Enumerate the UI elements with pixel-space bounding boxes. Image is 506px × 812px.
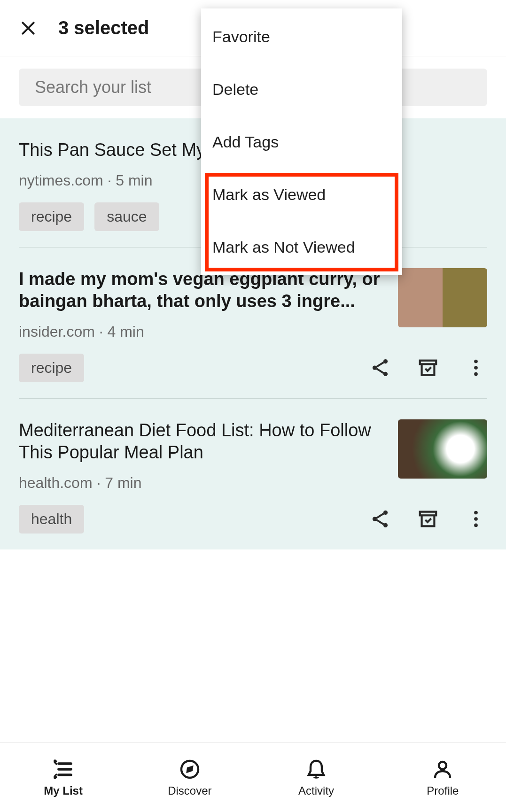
menu-item-mark-not-viewed[interactable]: Mark as Not Viewed (201, 221, 402, 273)
menu-item-mark-viewed[interactable]: Mark as Viewed (201, 168, 402, 221)
menu-item-add-tags[interactable]: Add Tags (201, 116, 402, 168)
more-icon[interactable] (465, 356, 487, 379)
more-icon[interactable] (465, 508, 487, 530)
selection-count-title: 3 selected (58, 17, 149, 39)
svg-point-7 (474, 366, 478, 370)
nav-label: Activity (298, 784, 334, 797)
tag-chip[interactable]: recipe (19, 202, 84, 231)
archive-icon[interactable] (417, 356, 439, 379)
article-thumbnail (398, 419, 487, 479)
item-actions (369, 356, 487, 379)
article-meta: insider.com · 4 min (19, 323, 384, 340)
menu-item-favorite[interactable]: Favorite (201, 10, 402, 63)
nav-discover[interactable]: Discover (126, 743, 253, 812)
close-icon[interactable] (17, 17, 39, 39)
svg-point-13 (474, 511, 478, 515)
tag-chip[interactable]: sauce (94, 202, 159, 231)
svg-rect-5 (420, 361, 436, 364)
svg-point-15 (474, 524, 478, 527)
bottom-nav: My List Discover Activity Profile (0, 742, 506, 812)
svg-point-8 (474, 372, 478, 376)
svg-point-14 (474, 517, 478, 521)
svg-rect-12 (420, 512, 436, 516)
menu-item-delete[interactable]: Delete (201, 63, 402, 116)
item-actions (369, 508, 487, 530)
article-title: Mediterranean Diet Food List: How to Fol… (19, 419, 384, 464)
share-icon[interactable] (369, 508, 391, 530)
share-icon[interactable] (369, 356, 391, 379)
nav-label: Profile (427, 784, 459, 797)
article-thumbnail (398, 268, 487, 327)
svg-point-21 (439, 762, 446, 769)
archive-icon[interactable] (417, 508, 439, 530)
nav-profile[interactable]: Profile (380, 743, 506, 812)
tag-chip[interactable]: health (19, 505, 84, 534)
nav-my-list[interactable]: My List (0, 743, 126, 812)
svg-marker-20 (187, 767, 192, 772)
nav-label: Discover (168, 784, 211, 797)
nav-activity[interactable]: Activity (253, 743, 380, 812)
list-item[interactable]: Mediterranean Diet Food List: How to Fol… (19, 399, 487, 549)
article-meta: health.com · 7 min (19, 474, 384, 492)
svg-point-6 (474, 360, 478, 363)
bulk-action-menu: Favorite Delete Add Tags Mark as Viewed … (201, 8, 402, 275)
tag-chip[interactable]: recipe (19, 354, 84, 382)
nav-label: My List (44, 784, 83, 797)
